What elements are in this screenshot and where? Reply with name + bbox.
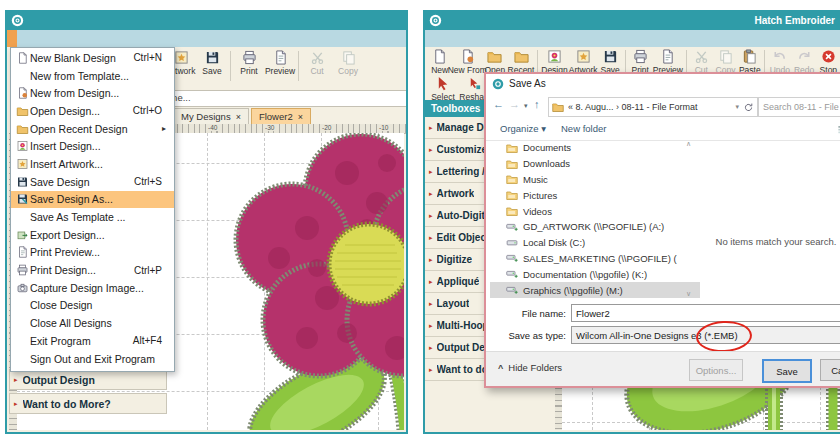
tree-item[interactable]: Downloads — [490, 156, 700, 172]
file-menu-item[interactable]: Save Design Ctrl+S — [11, 173, 174, 191]
file-menu-item[interactable]: Close All Designs — [11, 314, 174, 332]
back-icon[interactable]: ← — [493, 98, 504, 110]
toolbar-button[interactable]: Recent ▾ — [508, 49, 535, 73]
file-menu-item[interactable]: Insert Artwork... — [11, 155, 174, 173]
file-menu-item[interactable]: Export Design... — [11, 226, 174, 244]
file-menu-item[interactable]: Open Recent Design ▸ — [11, 120, 174, 138]
save-as-type-select[interactable]: Wilcom All-in-One Designs e3 (*.EMB) — [571, 326, 840, 344]
expand-arrow-icon: ▸ — [14, 376, 18, 384]
menubar-item[interactable] — [465, 30, 475, 47]
file-menu-item[interactable]: Insert Design... — [11, 137, 174, 155]
toolbox-section[interactable]: ▸ Want to do More? — [9, 393, 167, 414]
search-box[interactable]: Search 08-11 - File For — [758, 97, 840, 117]
file-menu-item[interactable]: Open Design... Ctrl+O — [11, 102, 174, 120]
save-button[interactable]: Save — [762, 359, 812, 383]
tree-item[interactable]: Documentation (\\pgofile) (K:) — [490, 266, 700, 282]
toolbar-button[interactable]: New From — [452, 49, 482, 73]
cancel-button[interactable]: Cancel — [820, 359, 840, 381]
file-menu-item[interactable]: Print Design... Ctrl+P — [11, 261, 174, 279]
refresh-icon[interactable] — [743, 102, 754, 113]
menubar-item[interactable] — [435, 30, 445, 47]
toolbar-separator — [764, 50, 765, 72]
menubar-item[interactable] — [77, 30, 87, 47]
menubar-item[interactable] — [475, 30, 485, 47]
floppy-as-icon — [15, 193, 30, 205]
breadcrumb[interactable]: « 8. Augu... › 08-11 - File Format ▾ — [548, 97, 758, 117]
menubar-item[interactable] — [445, 30, 455, 47]
toolbar-button[interactable]: Design — [541, 49, 567, 73]
file-menu-item[interactable]: Print Preview... — [11, 244, 174, 262]
design-icon — [547, 49, 562, 64]
file-menu-item[interactable]: New from Design... — [11, 84, 174, 102]
toolbox-section[interactable]: ▸ Output Design — [9, 369, 167, 390]
new-folder-button[interactable]: New folder — [561, 123, 606, 134]
menubar-item[interactable] — [57, 30, 67, 47]
doc-badge-icon — [15, 87, 30, 99]
toolbar-button[interactable]: Stop — [817, 49, 840, 73]
menubar-item[interactable] — [495, 30, 505, 47]
expand-arrow-icon: ▸ — [429, 322, 433, 330]
tree-item[interactable]: Music — [490, 172, 700, 188]
menubar-item[interactable] — [37, 30, 47, 47]
file-name-input[interactable]: Flower2 — [571, 304, 840, 322]
toolbar-button[interactable]: Cut — [302, 50, 332, 76]
menubar-item[interactable] — [17, 30, 27, 47]
toolbar-button[interactable]: Preview — [653, 49, 683, 73]
file-menu-item[interactable]: Save As Template ... — [11, 208, 174, 226]
toolbar-button[interactable]: Paste — [738, 49, 761, 73]
tree-item[interactable]: Documents — [490, 140, 700, 156]
file-menu-item[interactable]: New from Template... — [11, 67, 174, 85]
hide-folders-button[interactable]: ^ Hide Folders — [498, 362, 562, 373]
menubar-item[interactable] — [27, 30, 37, 47]
tab-close-icon[interactable]: × — [236, 112, 241, 122]
file-menu-item[interactable]: Exit Program Alt+F4 — [11, 332, 174, 350]
menubar-item[interactable] — [425, 30, 435, 47]
tree-item[interactable]: SALES_MARKETING (\\PGOFILE) ( — [490, 251, 700, 267]
toolbar-button[interactable]: Cut — [690, 49, 713, 73]
tree-item[interactable]: Videos — [490, 203, 700, 219]
scroll-down-icon[interactable]: ∨ — [686, 290, 691, 298]
toolbar-button[interactable]: Copy — [333, 50, 363, 76]
toolbar-button[interactable]: Artwork — [569, 49, 598, 73]
toolbar-button[interactable]: Save — [197, 50, 227, 76]
menubar-item[interactable] — [47, 30, 57, 47]
tree-item[interactable]: Graphics (\\pgofile) (M:) — [490, 282, 700, 298]
file-menu-item[interactable]: New Blank Design Ctrl+N — [11, 49, 174, 67]
tree-scrollbar[interactable]: ∧ ∨ — [684, 140, 696, 298]
file-menu-item[interactable]: Save Design As... — [11, 191, 174, 209]
toolbar-button[interactable]: Save — [599, 49, 622, 73]
options-button[interactable]: Options... — [689, 359, 743, 381]
toolbar-button[interactable]: Print — [629, 49, 652, 73]
file-menu-item[interactable]: Close Design — [11, 297, 174, 315]
menubar-item[interactable] — [485, 30, 495, 47]
export-icon — [15, 229, 30, 241]
design-tab[interactable]: Flower2 × — [251, 108, 311, 124]
dialog-nav-row: ← → ▾ ↑ « 8. Augu... › 08-11 - File Form… — [486, 94, 840, 120]
toolbar-button[interactable]: Print — [234, 50, 264, 76]
tool-button[interactable]: Select — [428, 76, 458, 102]
history-chevron-icon[interactable]: ▾ — [524, 102, 528, 110]
scroll-up-icon[interactable]: ∧ — [686, 140, 691, 148]
breadcrumb-dropdown-icon[interactable]: ▾ — [735, 103, 739, 111]
toolbar-button[interactable]: Copy — [714, 49, 737, 73]
design-tab[interactable]: My Designs × — [173, 108, 249, 124]
tree-item[interactable]: GD_ARTWORK (\\PGOFILE) (A:) — [490, 219, 700, 235]
menubar-item[interactable] — [505, 30, 515, 47]
menubar-item[interactable] — [67, 30, 77, 47]
up-icon[interactable]: ↑ — [534, 98, 540, 110]
tree-item[interactable]: Pictures — [490, 187, 700, 203]
file-menu-item[interactable]: Sign Out and Exit Program — [11, 350, 174, 368]
machine-selector-field[interactable]: ine... — [165, 90, 407, 107]
file-menu-item[interactable]: Capture Design Image... — [11, 279, 174, 297]
dialog-title: Save As — [509, 78, 546, 89]
menubar-item[interactable] — [455, 30, 465, 47]
toolbar-button[interactable]: Undo — [768, 49, 791, 73]
menubar-item[interactable] — [7, 30, 17, 47]
tree-item[interactable]: Local Disk (C:) — [490, 235, 700, 251]
organize-button[interactable]: Organize ▾ — [500, 123, 546, 134]
dialog-titlebar[interactable]: Save As — [486, 74, 840, 94]
tab-close-icon[interactable]: × — [298, 112, 303, 122]
toolbar-button[interactable]: Preview — [265, 50, 295, 76]
toolbar-button[interactable]: Redo — [792, 49, 815, 73]
toolbar-button[interactable]: Open — [483, 49, 506, 73]
